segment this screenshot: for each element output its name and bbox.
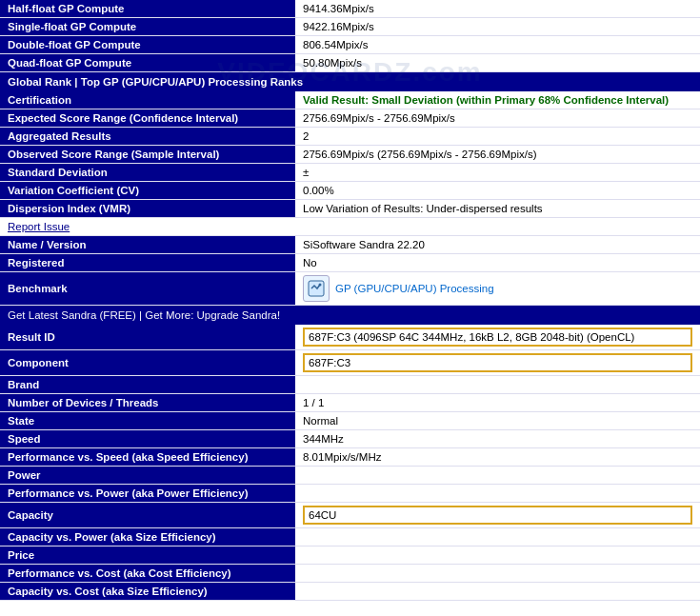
result-section: Result ID 687F:C3 (4096SP 64C 344MHz, 16… (0, 325, 700, 601)
row-label: Performance vs. Cost (aka Cost Efficienc… (0, 565, 295, 582)
row-value: 9414.36Mpix/s (295, 0, 700, 17)
table-row: Performance vs. Speed (aka Speed Efficie… (0, 448, 700, 467)
table-row: Result ID 687F:C3 (4096SP 64C 344MHz, 16… (0, 325, 700, 350)
row-label: Capacity vs. Cost (aka Size Efficiency) (0, 583, 295, 600)
row-label: Observed Score Range (Sample Interval) (0, 146, 295, 163)
table-row: Capacity 64CU (0, 503, 700, 528)
row-value: 0.00% (295, 182, 700, 199)
row-value: 344MHz (295, 430, 700, 447)
row-label: Component (0, 350, 295, 375)
benchmark-icon (303, 275, 330, 302)
row-label: Quad-float GP Compute (0, 54, 295, 71)
row-value: 9422.16Mpix/s (295, 18, 700, 35)
row-value: 2756.69Mpix/s (2756.69Mpix/s - 2756.69Mp… (295, 146, 700, 163)
capacity-label: Capacity (0, 503, 295, 527)
table-row: State Normal (0, 412, 700, 430)
row-label: Variation Coefficient (CV) (0, 182, 295, 199)
get-latest-bar: Get Latest Sandra (FREE) | Get More: Upg… (0, 306, 700, 325)
row-value (295, 376, 700, 393)
row-value (295, 565, 700, 582)
row-label: Dispersion Index (VMR) (0, 200, 295, 217)
result-id-highlighted: 687F:C3 (4096SP 64C 344MHz, 16kB L2, 8GB… (303, 328, 692, 347)
row-label: Speed (0, 430, 295, 447)
row-label: Single-float GP Compute (0, 18, 295, 35)
benchmark-link[interactable]: GP (GPU/CPU/APU) Processing (335, 283, 494, 294)
row-label: Power (0, 467, 295, 484)
svg-point-1 (319, 284, 322, 287)
table-row: Number of Devices / Threads 1 / 1 (0, 394, 700, 412)
row-value (295, 485, 700, 502)
row-value: 8.01Mpix/s/MHz (295, 448, 700, 466)
table-row: Speed 344MHz (0, 430, 700, 448)
row-value: 1 / 1 (295, 394, 700, 411)
table-row: Single-float GP Compute 9422.16Mpix/s (0, 18, 700, 36)
row-label: Number of Devices / Threads (0, 394, 295, 411)
row-label: Name / Version (0, 236, 295, 253)
table-row: Performance vs. Power (aka Power Efficie… (0, 485, 700, 503)
top-section: Half-float GP Compute 9414.36Mpix/s Sing… (0, 0, 700, 72)
table-row: Performance vs. Cost (aka Cost Efficienc… (0, 565, 700, 583)
row-value: ± (295, 164, 700, 181)
row-label: State (0, 412, 295, 429)
row-label: Performance vs. Power (aka Power Efficie… (0, 485, 295, 502)
row-label: Expected Score Range (Confidence Interva… (0, 109, 295, 127)
capacity-highlighted: 64CU (303, 506, 692, 525)
row-label: Brand (0, 376, 295, 393)
row-value: 2756.69Mpix/s - 2756.69Mpix/s (295, 109, 700, 127)
table-row: Power (0, 467, 700, 485)
table-row: Certification Valid Result: Small Deviat… (0, 91, 700, 109)
table-row: Observed Score Range (Sample Interval) 2… (0, 146, 700, 164)
main-container: Half-float GP Compute 9414.36Mpix/s Sing… (0, 0, 700, 601)
row-label: Double-float GP Compute (0, 36, 295, 53)
row-label: Performance vs. Speed (aka Speed Efficie… (0, 448, 295, 466)
table-row: Half-float GP Compute 9414.36Mpix/s (0, 0, 700, 18)
certification-value: Valid Result: Small Deviation (within Pr… (295, 91, 700, 109)
table-row: Price (0, 546, 700, 565)
table-row: Dispersion Index (VMR) Low Variation of … (0, 200, 700, 218)
row-label: Half-float GP Compute (0, 0, 295, 17)
row-label: Standard Deviation (0, 164, 295, 181)
table-row: Variation Coefficient (CV) 0.00% (0, 182, 700, 200)
row-value: 806.54Mpix/s (295, 36, 700, 53)
report-issue-link[interactable]: Report Issue (0, 218, 700, 236)
row-label: Registered (0, 254, 295, 271)
row-value (295, 583, 700, 600)
result-id-label: Result ID (0, 325, 295, 349)
table-row: Component 687F:C3 (0, 350, 700, 376)
valid-result-text: Valid Result: Small Deviation (within Pr… (303, 94, 669, 106)
name-section: Name / Version SiSoftware Sandra 22.20 R… (0, 236, 700, 306)
row-value: SiSoftware Sandra 22.20 (295, 236, 700, 253)
row-value: 687F:C3 (295, 350, 700, 375)
benchmark-value-row: GP (GPU/CPU/APU) Processing (295, 272, 700, 305)
table-row: Standard Deviation ± (0, 164, 700, 182)
row-value: Low Variation of Results: Under-disperse… (295, 200, 700, 217)
row-value: 2 (295, 128, 700, 145)
table-row: Name / Version SiSoftware Sandra 22.20 (0, 236, 700, 254)
row-label: Capacity vs. Power (aka Size Efficiency) (0, 528, 295, 546)
row-value (295, 546, 700, 564)
row-label: Price (0, 546, 295, 564)
row-value: 50.80Mpix/s (295, 54, 700, 71)
table-row: Aggregated Results 2 (0, 128, 700, 146)
row-value: Normal (295, 412, 700, 429)
table-row: Brand (0, 376, 700, 394)
table-row: Expected Score Range (Confidence Interva… (0, 109, 700, 128)
table-row: Capacity vs. Power (aka Size Efficiency) (0, 528, 700, 546)
table-row: Capacity vs. Cost (aka Size Efficiency) (0, 583, 700, 601)
row-value: No (295, 254, 700, 271)
stats-section: Certification Valid Result: Small Deviat… (0, 91, 700, 218)
row-value (295, 528, 700, 546)
table-row: Quad-float GP Compute 50.80Mpix/s (0, 54, 700, 72)
result-id-value: 687F:C3 (4096SP 64C 344MHz, 16kB L2, 8GB… (295, 325, 700, 349)
row-label: Benchmark (0, 272, 295, 305)
global-rank-header: Global Rank | Top GP (GPU/CPU/APU) Proce… (0, 72, 700, 91)
table-row: Double-float GP Compute 806.54Mpix/s (0, 36, 700, 54)
table-row: Benchmark GP (GPU/CPU/APU) Processing (0, 272, 700, 306)
row-label: Aggregated Results (0, 128, 295, 145)
component-highlighted: 687F:C3 (303, 353, 692, 372)
certification-label: Certification (0, 91, 295, 109)
table-row: Registered No (0, 254, 700, 272)
row-value (295, 467, 700, 484)
capacity-value: 64CU (295, 503, 700, 527)
